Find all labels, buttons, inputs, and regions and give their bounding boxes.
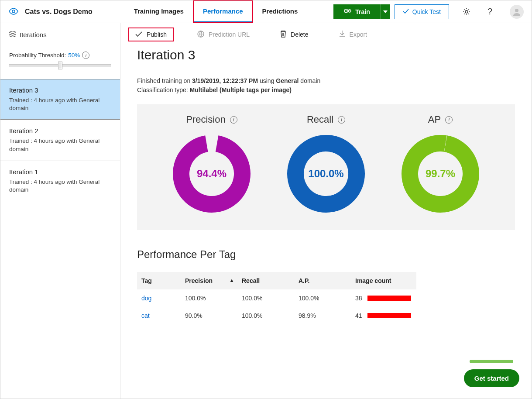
layers-icon: [9, 31, 16, 38]
metric-precision: Precisioni 94.4%: [171, 114, 252, 214]
tag-link[interactable]: cat: [137, 307, 181, 324]
sidebar-title: Iterations: [9, 31, 111, 38]
logo-eye-icon: [8, 8, 19, 16]
perf-table: Tag Precision ▴ Recall A.P. Image count …: [137, 272, 416, 324]
prediction-url-button[interactable]: Prediction URL: [191, 28, 256, 41]
cell-ap: 98.9%: [294, 307, 351, 324]
top-tabs: Training Images Performance Predictions: [124, 0, 308, 23]
train-label: Train: [355, 8, 370, 15]
threshold-label: Probability Threshold:: [9, 52, 66, 58]
iteration-name: Iteration 1: [9, 168, 111, 175]
tab-training-images[interactable]: Training Images: [124, 0, 193, 23]
publish-button[interactable]: Publish: [129, 28, 173, 41]
trash-icon: [280, 31, 286, 39]
get-started-button[interactable]: Get started: [464, 369, 519, 387]
iteration-subtitle: Trained : 4 hours ago with General domai…: [9, 178, 111, 194]
th-image-count[interactable]: Image count: [351, 272, 416, 289]
th-recall[interactable]: Recall: [237, 272, 294, 289]
th-precision[interactable]: Precision ▴: [181, 272, 237, 289]
metric-recall: Recalli 100.0%: [285, 114, 367, 214]
settings-icon[interactable]: [462, 7, 471, 16]
cell-precision: 100.0%: [181, 289, 237, 307]
export-button[interactable]: Export: [333, 28, 373, 41]
metric-title: APi: [400, 114, 481, 125]
info-icon[interactable]: i: [445, 116, 453, 124]
threshold-value: 50%: [68, 52, 80, 58]
prediction-url-label: Prediction URL: [209, 31, 250, 38]
globe-icon: [197, 31, 204, 39]
project-title: Cats vs. Dogs Demo: [25, 8, 93, 16]
table-row: cat 90.0% 100.0% 98.9% 41: [137, 307, 416, 324]
download-icon: [339, 31, 345, 39]
donut-chart: 100.0%: [285, 133, 367, 214]
perf-per-tag-heading: Performance Per Tag: [137, 248, 515, 261]
classification-type-line: Classification type: Multilabel (Multipl…: [137, 86, 515, 95]
get-started-widget: Get started: [464, 360, 519, 387]
tab-performance[interactable]: Performance: [193, 0, 253, 23]
sidebar-title-text: Iterations: [20, 31, 47, 38]
iteration-name: Iteration 3: [9, 86, 111, 94]
iteration-subtitle: Trained : 4 hours ago with General domai…: [9, 137, 111, 153]
iteration-item[interactable]: Iteration 3 Trained : 4 hours ago with G…: [0, 79, 120, 120]
th-tag[interactable]: Tag: [137, 272, 181, 289]
tag-link[interactable]: dog: [137, 289, 181, 307]
train-dropdown-caret[interactable]: [381, 4, 390, 19]
iteration-item[interactable]: Iteration 1 Trained : 4 hours ago with G…: [0, 161, 120, 201]
svg-point-3: [346, 10, 347, 12]
cell-precision: 90.0%: [181, 307, 237, 324]
metric-title: Recalli: [285, 114, 367, 125]
info-icon[interactable]: i: [338, 116, 345, 124]
threshold-row: Probability Threshold: 50% i: [0, 44, 120, 62]
sidebar: Iterations Probability Threshold: 50% i …: [0, 23, 120, 399]
metric-value: 94.4%: [171, 133, 252, 214]
svg-point-6: [515, 9, 518, 12]
top-bar: Cats vs. Dogs Demo Training Images Perfo…: [0, 0, 532, 23]
count-bar: [367, 313, 411, 318]
check-icon: [135, 31, 142, 38]
threshold-slider[interactable]: [9, 64, 111, 67]
cell-recall: 100.0%: [237, 289, 294, 307]
sort-asc-icon: ▴: [230, 277, 233, 283]
svg-point-0: [12, 10, 15, 13]
table-row: dog 100.0% 100.0% 100.0% 38: [137, 289, 416, 307]
check-icon: [403, 8, 409, 15]
quick-test-button[interactable]: Quick Test: [395, 4, 449, 19]
cell-image-count: 41: [351, 307, 416, 324]
svg-point-4: [349, 10, 350, 11]
metric-value: 100.0%: [285, 133, 367, 214]
iteration-subtitle: Trained : 4 hours ago with General domai…: [9, 96, 111, 112]
iteration-item[interactable]: Iteration 2 Trained : 4 hours ago with G…: [0, 120, 120, 160]
count-bar: [367, 296, 411, 301]
action-bar: Publish Prediction URL Delete Export: [120, 23, 532, 46]
delete-label: Delete: [291, 31, 308, 38]
export-label: Export: [350, 31, 367, 38]
tab-predictions[interactable]: Predictions: [253, 0, 308, 23]
metric-value: 99.7%: [400, 133, 481, 214]
cell-recall: 100.0%: [237, 307, 294, 324]
info-icon[interactable]: i: [82, 52, 89, 59]
delete-button[interactable]: Delete: [274, 28, 314, 41]
main-panel: Publish Prediction URL Delete Export Ite…: [120, 23, 532, 399]
th-ap[interactable]: A.P.: [294, 272, 351, 289]
training-finished-line: Finished training on 3/19/2019, 12:22:37…: [137, 76, 515, 86]
train-button[interactable]: Train: [333, 4, 390, 19]
svg-point-5: [465, 10, 468, 13]
metric-ap: APi 99.7%: [400, 114, 481, 214]
iteration-title: Iteration 3: [137, 48, 515, 62]
cell-image-count: 38: [351, 289, 416, 307]
publish-label: Publish: [147, 31, 167, 38]
donut-chart: 99.7%: [400, 133, 481, 214]
iteration-list: Iteration 3 Trained : 4 hours ago with G…: [0, 79, 120, 201]
info-icon[interactable]: i: [230, 116, 237, 124]
help-icon[interactable]: ?: [487, 7, 492, 17]
slider-thumb[interactable]: [58, 62, 62, 69]
donut-chart: 94.4%: [171, 133, 252, 214]
get-started-progress-bar: [470, 360, 513, 363]
metrics-card: Precisioni 94.4% Recalli 100.0% APi 99.7…: [137, 104, 515, 230]
iteration-name: Iteration 2: [9, 127, 111, 134]
avatar[interactable]: [510, 5, 524, 19]
gears-icon: [344, 8, 352, 15]
cell-ap: 100.0%: [294, 289, 351, 307]
metric-title: Precisioni: [171, 114, 252, 125]
quick-test-label: Quick Test: [412, 8, 441, 15]
